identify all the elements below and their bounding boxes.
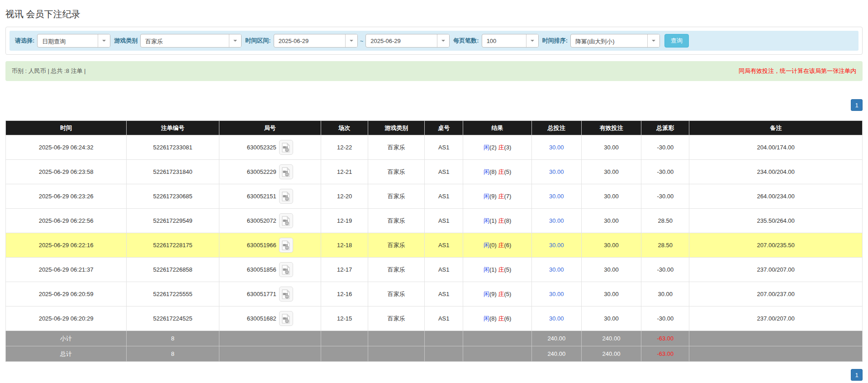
page-title: 视讯 会员下注纪录 (5, 8, 863, 20)
column-header-3: 场次 (321, 121, 368, 135)
column-header-6: 结果 (463, 121, 532, 135)
round-number: 630052229 (247, 168, 276, 175)
sort-order-dropdown[interactable]: 降冪(由大到小) (570, 34, 660, 48)
summary-valid-bet-cell: 240.00 (581, 331, 641, 346)
empty-cell (689, 331, 863, 346)
total-bet-link[interactable]: 30.00 (549, 291, 564, 297)
summary-label-cell: 总计 (6, 346, 127, 362)
time-cell: 2025-06-29 06:20:29 (6, 306, 127, 331)
round-number-cell: 630051771 (219, 282, 321, 306)
payout-cell: 28.50 (641, 233, 689, 258)
total-bet-link[interactable]: 30.00 (549, 315, 564, 322)
column-header-5: 桌号 (425, 121, 463, 135)
page: 视讯 会员下注纪录 请选择: 日期查询 游戏类别 百家乐 时间区间: 2025-… (0, 0, 868, 381)
per-page-dropdown[interactable]: 100 (482, 34, 539, 48)
total-bet-link[interactable]: 30.00 (549, 242, 564, 249)
chevron-down-icon[interactable] (345, 34, 357, 47)
game-type-cell: 百家乐 (368, 160, 425, 184)
note-cell: 234.00/204.00 (689, 160, 863, 184)
summary-total-bet-cell: 240.00 (531, 346, 581, 362)
summary-valid-bet-cell: 240.00 (581, 346, 641, 362)
total-bet-link[interactable]: 30.00 (549, 168, 564, 175)
round-number: 630051682 (247, 315, 276, 322)
total-bet-link[interactable]: 30.00 (549, 217, 564, 224)
payout-cell: -30.00 (641, 184, 689, 209)
video-record-icon[interactable] (279, 189, 293, 204)
valid-bet-note: 同局有效投注，统一计算在该局第一张注单内 (739, 67, 856, 75)
session-cell: 12-17 (321, 258, 368, 282)
video-record-icon[interactable] (279, 213, 293, 228)
table-number-cell: AS1 (425, 258, 463, 282)
note-cell: 235.50/264.00 (689, 209, 863, 233)
empty-cell (219, 331, 321, 346)
total-bet-link[interactable]: 30.00 (549, 193, 564, 200)
result-cell: 闲(0) 庄(6) (463, 233, 532, 258)
table-number-cell: AS1 (425, 135, 463, 160)
video-record-icon[interactable] (279, 238, 293, 253)
time-range-label: 时间区间: (245, 37, 270, 45)
player-label: 闲 (484, 315, 489, 322)
valid-bet-cell: 30.00 (581, 209, 641, 233)
result-cell: 闲(2) 庄(3) (463, 135, 532, 160)
summary-count-cell: 8 (127, 346, 219, 362)
result-cell: 闲(9) 庄(7) (463, 184, 532, 209)
banker-label: 庄 (498, 291, 504, 297)
chevron-down-icon[interactable] (526, 34, 538, 47)
column-header-8: 有效投注 (581, 121, 641, 135)
time-cell: 2025-06-29 06:22:16 (6, 233, 127, 258)
table-row: 2025-06-29 06:23:26522617230685630052151… (6, 184, 863, 209)
summary-total-bet-cell: 240.00 (531, 331, 581, 346)
round-number-cell: 630052229 (219, 160, 321, 184)
round-number: 630051966 (247, 242, 276, 249)
time-cell: 2025-06-29 06:22:56 (6, 209, 127, 233)
game-type-cell: 百家乐 (368, 135, 425, 160)
valid-bet-cell: 30.00 (581, 282, 641, 306)
time-cell: 2025-06-29 06:23:26 (6, 184, 127, 209)
video-record-icon[interactable] (279, 262, 293, 277)
chevron-down-icon[interactable] (98, 34, 110, 47)
valid-bet-cell: 30.00 (581, 258, 641, 282)
summary-payout-cell: -63.00 (641, 331, 689, 346)
note-cell: 207.00/237.00 (689, 282, 863, 306)
game-type-dropdown[interactable]: 百家乐 (140, 34, 242, 48)
table-row: 2025-06-29 06:23:58522617231840630052229… (6, 160, 863, 184)
page-1-button[interactable]: 1 (851, 369, 863, 381)
round-number: 630052325 (247, 144, 276, 151)
date-to-picker[interactable]: 2025-06-29 (365, 34, 450, 48)
total-bet-cell: 30.00 (531, 160, 581, 184)
empty-cell (219, 346, 321, 362)
table-row: 2025-06-29 06:20:29522617224525630051682… (6, 306, 863, 331)
empty-cell (321, 346, 368, 362)
page-1-button[interactable]: 1 (851, 99, 863, 111)
betting-records-table: 时间注单编号局号场次游戏类别桌号结果总投注有效投注总派彩备注 2025-06-2… (5, 120, 863, 362)
banker-label: 庄 (498, 144, 504, 151)
video-record-icon[interactable] (279, 311, 293, 326)
empty-cell (368, 331, 425, 346)
chevron-down-icon[interactable] (229, 34, 241, 47)
search-button[interactable]: 查询 (664, 34, 689, 48)
date-from-picker[interactable]: 2025-06-29 (274, 34, 358, 48)
bet-number-cell: 522617230685 (127, 184, 219, 209)
round-number: 630052151 (247, 193, 276, 200)
game-type-cell: 百家乐 (368, 184, 425, 209)
payout-cell: -30.00 (641, 306, 689, 331)
round-number: 630052072 (247, 217, 276, 224)
session-cell: 12-16 (321, 282, 368, 306)
chevron-down-icon[interactable] (437, 34, 449, 47)
query-type-dropdown[interactable]: 日期查询 (37, 34, 110, 48)
total-bet-cell: 30.00 (531, 135, 581, 160)
valid-bet-cell: 30.00 (581, 306, 641, 331)
player-label: 闲 (484, 144, 489, 151)
empty-cell (463, 331, 532, 346)
game-type-cell: 百家乐 (368, 306, 425, 331)
video-record-icon[interactable] (279, 140, 293, 155)
total-bet-link[interactable]: 30.00 (549, 266, 564, 273)
total-bet-cell: 30.00 (531, 184, 581, 209)
player-label: 闲 (484, 193, 489, 200)
chevron-down-icon[interactable] (647, 34, 659, 47)
total-bet-link[interactable]: 30.00 (549, 144, 564, 151)
note-cell: 204.00/174.00 (689, 135, 863, 160)
video-record-icon[interactable] (279, 164, 293, 179)
sort-order-label: 时间排序: (542, 37, 568, 45)
video-record-icon[interactable] (279, 287, 293, 302)
